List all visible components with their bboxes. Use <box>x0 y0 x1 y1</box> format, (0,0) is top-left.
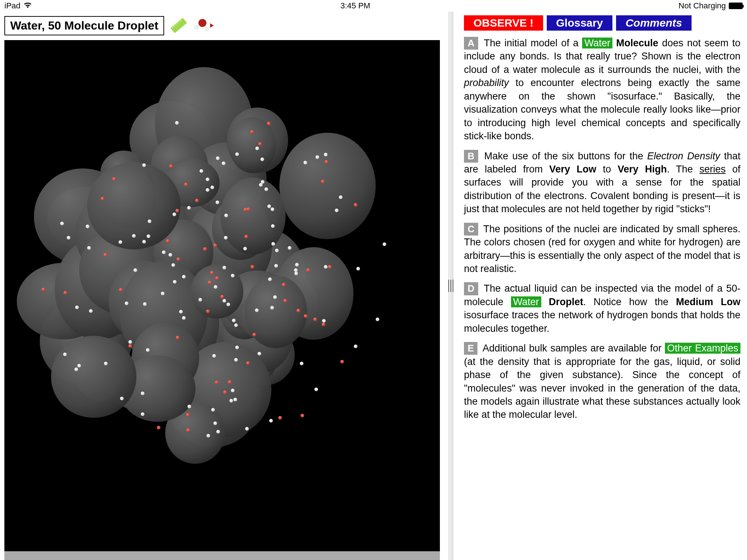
molecule-viewer[interactable] <box>4 40 440 551</box>
tab-bar: OBSERVE ! Glossary Comments <box>464 15 740 31</box>
tab-observe[interactable]: OBSERVE ! <box>464 15 543 31</box>
tab-comments[interactable]: Comments <box>616 15 692 31</box>
paragraph-d: D The actual liquid can be inspected via… <box>464 282 740 335</box>
paragraph-b: B Make use of the six buttons for the El… <box>464 149 740 216</box>
link-water-2[interactable]: Water <box>511 296 541 307</box>
device-label: iPad <box>4 1 20 11</box>
wifi-icon <box>23 1 32 11</box>
content-body: A The initial model of a Water Molecule … <box>464 36 740 421</box>
label-b: B <box>464 150 478 163</box>
link-other-examples[interactable]: Other Examples <box>665 343 740 354</box>
label-e: E <box>464 342 477 355</box>
label-c: C <box>464 223 478 236</box>
viewer-footer <box>4 551 440 560</box>
tab-glossary[interactable]: Glossary <box>547 15 612 31</box>
label-a: A <box>464 37 478 50</box>
label-d: D <box>464 282 478 295</box>
splitter[interactable] <box>444 12 457 560</box>
battery-icon <box>729 3 743 9</box>
ruler-icon[interactable] <box>170 17 187 34</box>
paragraph-c: C The positions of the nuclei are indica… <box>464 222 740 276</box>
viewer-panel: Water, 50 Molecule Droplet <box>0 12 444 560</box>
clock: 3:45 PM <box>340 1 370 11</box>
charge-label: Not Charging <box>678 1 726 11</box>
info-panel: OBSERVE ! Glossary Comments A The initia… <box>457 12 747 560</box>
toolbar: Water, 50 Molecule Droplet <box>4 15 440 36</box>
molecule-style-icon[interactable] <box>193 17 212 34</box>
paragraph-a: A The initial model of a Water Molecule … <box>464 36 740 143</box>
link-water[interactable]: Water <box>582 38 612 48</box>
paragraph-e: E Additional bulk samples are available … <box>464 342 740 421</box>
status-bar: iPad 3:45 PM Not Charging <box>0 0 747 12</box>
model-title[interactable]: Water, 50 Molecule Droplet <box>4 16 164 35</box>
